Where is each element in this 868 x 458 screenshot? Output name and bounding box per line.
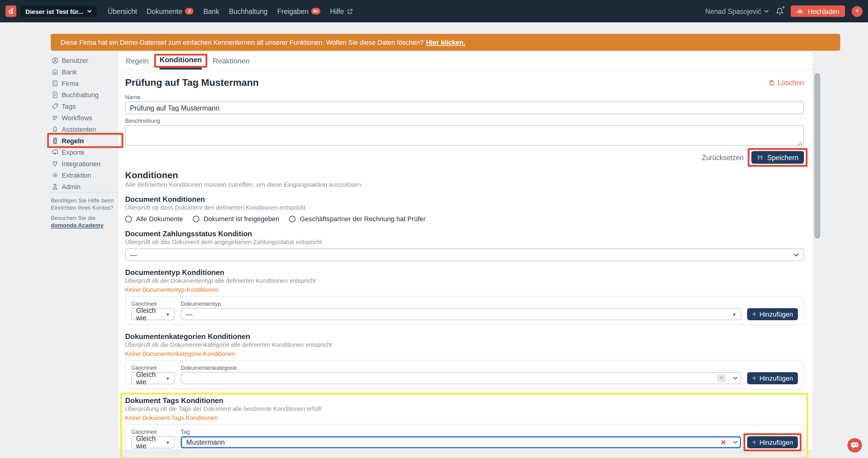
tag-input[interactable] (181, 436, 741, 448)
section-dokument-tags: Dokument Tags Konditionen Überprüfung ob… (125, 396, 804, 453)
gear-icon (51, 171, 59, 178)
radio-dokument-freigegeben[interactable]: Dokument ist freigegeben (192, 215, 279, 222)
chevron-down-icon[interactable] (733, 377, 738, 380)
plus-icon: + (752, 310, 756, 319)
company-selector[interactable]: Dieser ist Test für... (21, 5, 97, 17)
sidebar-item-exporte[interactable]: Exporte (51, 146, 119, 158)
chevron-down-icon (764, 9, 769, 13)
section-document-konditionen: Document Konditionen Überprüft ob dass D… (125, 195, 804, 222)
sidebar-item-regeln[interactable]: Regeln (51, 135, 119, 146)
assistant-icon (51, 125, 59, 133)
notifications-bell-icon[interactable] (776, 7, 784, 15)
name-field-label: Name (125, 94, 804, 100)
nav-item-uebersicht[interactable]: Übersicht (107, 7, 137, 15)
conditions-subheading: Alle definierten Konditionen müssen zutr… (125, 181, 804, 188)
empty-note: Keine Documentenkategorie-Konditionen (125, 351, 804, 357)
gleichheit-select[interactable]: Gleich wie▼ (131, 436, 175, 448)
zahlungsstatus-select[interactable]: — (125, 248, 804, 261)
empty-note: Keine Documententyp-Konditionen (125, 286, 804, 293)
admin-icon (51, 183, 59, 190)
help-question: Benötigen Sie Hilfe beim Einrichten Ihre… (51, 197, 119, 211)
chat-widget-button[interactable] (847, 438, 862, 453)
sidebar-item-integrationen[interactable]: Integrationen (51, 158, 119, 169)
tab-regeln[interactable]: Regeln (126, 52, 149, 69)
sidebar-item-bank[interactable]: Bank (51, 66, 119, 77)
tab-konditionen[interactable]: Konditionen (160, 52, 202, 69)
clear-icon[interactable]: ✕ (717, 374, 726, 383)
nav-item-freigaben[interactable]: Freigaben9+ (277, 7, 320, 15)
dokument-tag-row: Gleichheit Gleich wie▼ Tag ✕ (125, 424, 804, 453)
sidebar-item-tags[interactable]: Tags (51, 100, 119, 112)
dokumententyp-select[interactable]: —▼ (181, 308, 741, 320)
nav-item-bank[interactable]: Bank (204, 7, 219, 15)
sidebar-item-assistenten[interactable]: Assistenten (51, 123, 119, 135)
gleichheit-select[interactable]: Gleich wie▼ (131, 372, 175, 384)
invoice-icon (51, 91, 59, 98)
chevron-down-icon (87, 9, 92, 13)
banner-text: Diese Firma hat ein Demo-Datenset zum ei… (60, 39, 424, 46)
tag-icon (51, 102, 59, 110)
help-visit-prefix: Besuchen Sie die (51, 215, 95, 221)
dokumentenkategorie-row: Gleichheit Gleich wie▼ Dokumentenkategor… (125, 360, 804, 389)
clear-icon[interactable]: ✕ (720, 438, 726, 446)
domonda-logo[interactable]: d (5, 5, 16, 17)
quick-add-button[interactable]: + (852, 6, 863, 17)
building-icon (51, 79, 59, 87)
user-menu[interactable]: Nenad Spasojević (705, 7, 769, 15)
chevron-down-icon[interactable] (733, 440, 738, 444)
workflow-icon (51, 114, 59, 121)
section-dokumentenkategorien: Dokumentenkategorien Konditionen Überprü… (125, 332, 804, 389)
settings-sidebar: Benutzer Bank Firma Buchhaltung Tags Wor… (51, 54, 119, 192)
upload-button[interactable]: Hochladen (791, 5, 845, 17)
radio-circle (125, 216, 132, 222)
cloud-upload-icon (796, 8, 804, 14)
nav-item-buchhaltung[interactable]: Buchhaltung (229, 7, 268, 15)
rule-editor: Prüfung auf Tag Mustermann Löschen Name … (119, 77, 812, 458)
sidebar-item-admin[interactable]: Admin (51, 181, 119, 192)
top-navbar: d Dieser ist Test für... Übersicht Dokum… (0, 0, 868, 22)
nav-item-dokumente[interactable]: Dokumente2 (147, 7, 194, 15)
main-menu: Übersicht Dokumente2 Bank Buchhaltung Fr… (103, 7, 358, 15)
sidebar-item-buchhaltung[interactable]: Buchhaltung (51, 89, 119, 100)
radio-alle-dokumente[interactable]: Alle Dokumente (125, 215, 183, 222)
select-arrow-icon: ▼ (166, 440, 170, 445)
sidebar-item-benutzer[interactable]: Benutzer (51, 54, 119, 66)
save-button[interactable]: Speichern (751, 151, 804, 164)
nav-item-hilfe[interactable]: Hilfe (330, 7, 353, 15)
trash-icon (768, 79, 775, 87)
tab-reaktionen[interactable]: Reaktionen (213, 52, 249, 69)
gleichheit-select[interactable]: Gleich wie▼ (131, 308, 175, 320)
reset-button[interactable]: Zurücksetzen (702, 154, 743, 161)
radio-circle (289, 216, 296, 222)
divider (729, 374, 730, 382)
plus-icon: + (752, 438, 756, 447)
delete-rule-button[interactable]: Löschen (768, 79, 804, 87)
export-icon (51, 148, 59, 156)
plus-icon: + (752, 374, 756, 383)
upload-label: Hochladen (808, 7, 840, 15)
rules-icon (51, 137, 59, 144)
notification-dot (782, 6, 785, 8)
sidebar-item-firma[interactable]: Firma (51, 77, 119, 89)
radio-geschaeftspartner-pruefer[interactable]: Geschäftspartner der Rechnung hat Prüfer (289, 215, 426, 222)
chevron-down-icon (794, 253, 799, 257)
add-documententyp-button[interactable]: +Hinzufügen (747, 308, 798, 320)
scrollbar-thumb[interactable] (814, 73, 820, 239)
empty-note: Keine Dokument Tags Konditionen (125, 415, 804, 421)
description-field-label: Beschreibung (125, 117, 804, 124)
nav-right-group: Nenad Spasojević Hochladen + (705, 5, 863, 17)
radio-circle (192, 216, 199, 222)
sidebar-item-extraktion[interactable]: Extraktion (51, 169, 119, 181)
academy-link[interactable]: domonda Academy (51, 222, 104, 228)
freigaben-count-badge: 9+ (312, 8, 320, 14)
description-textarea[interactable] (125, 125, 804, 145)
documententyp-row: Gleichheit Gleich wie▼ Dokumententyp —▼ … (125, 296, 804, 325)
name-input[interactable] (125, 101, 804, 114)
add-tag-button[interactable]: +Hinzufügen (747, 436, 798, 448)
demo-data-banner: Diese Firma hat ein Demo-Datenset zum ei… (51, 34, 840, 51)
banner-delete-link[interactable]: Hier klicken. (426, 39, 465, 46)
dokumentenkategorie-input[interactable] (181, 372, 741, 384)
section-documententyp: Documententyp Konditionen Überprüft ob d… (125, 268, 804, 325)
add-dokumentenkategorie-button[interactable]: +Hinzufügen (747, 372, 798, 384)
sidebar-item-workflows[interactable]: Workflows (51, 112, 119, 123)
